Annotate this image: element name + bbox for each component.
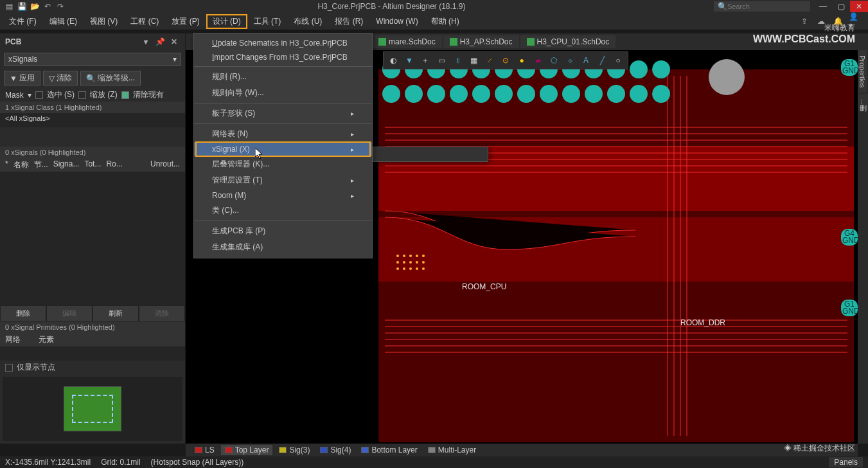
pcb-preview-thumbnail[interactable] bbox=[64, 386, 121, 431]
svg-text:GND: GND bbox=[842, 66, 858, 75]
text-icon[interactable]: A bbox=[579, 53, 593, 68]
menu-tools[interactable]: 工具 (T) bbox=[247, 14, 288, 29]
chevron-down-icon[interactable]: ▾ bbox=[28, 91, 31, 100]
fill-icon[interactable]: ▰ bbox=[531, 53, 545, 68]
panel-pin-icon[interactable]: 📌 bbox=[154, 36, 166, 48]
properties-tab[interactable]: Properties bbox=[858, 50, 867, 93]
xsignal-submenu[interactable] bbox=[373, 147, 488, 162]
svg-point-21 bbox=[472, 85, 490, 103]
svg-point-42 bbox=[403, 267, 405, 270]
signal-columns: * 名称 节... Signa... Tot... Ro... Unrout..… bbox=[0, 158, 185, 172]
save-icon[interactable]: 💾 bbox=[17, 1, 27, 12]
plus-icon[interactable]: ＋ bbox=[418, 53, 432, 68]
svg-point-36 bbox=[396, 261, 399, 264]
menu-gen-int-lib[interactable]: 生成集成库 (A) bbox=[194, 239, 372, 255]
layer-sig4[interactable]: Sig(4) bbox=[316, 445, 355, 455]
filter-mode-dropdown[interactable]: xSignals▾ bbox=[4, 53, 181, 66]
tab-h3-ap[interactable]: H3_AP.SchDoc bbox=[443, 35, 519, 48]
other-tab[interactable]: 删... bbox=[858, 94, 868, 110]
svg-point-27 bbox=[607, 85, 625, 103]
menu-route[interactable]: 布线 (U) bbox=[287, 14, 328, 29]
search-box[interactable]: 🔍 bbox=[714, 1, 810, 12]
layer-bottom[interactable]: Bottom Layer bbox=[357, 445, 421, 455]
more-icon[interactable]: ○ bbox=[611, 53, 625, 68]
menu-classes[interactable]: 类 (C)... bbox=[194, 203, 372, 219]
menu-icon[interactable]: ▤ bbox=[4, 1, 14, 12]
menu-file[interactable]: 文件 (F) bbox=[3, 14, 43, 29]
search-input[interactable] bbox=[727, 3, 806, 10]
layer-ls[interactable]: LS bbox=[191, 445, 218, 455]
minimize-button[interactable]: — bbox=[814, 1, 832, 12]
component-icon[interactable]: ▦ bbox=[466, 53, 481, 68]
menu-place[interactable]: 放置 (P) bbox=[165, 14, 206, 29]
watermark-community: ◈ 稀土掘金技术社区 bbox=[784, 442, 855, 454]
menu-rule-wizard[interactable]: 规则向导 (W)... bbox=[194, 85, 372, 101]
class-row[interactable]: <All xSignals> bbox=[0, 113, 185, 123]
menu-edit[interactable]: 编辑 (E) bbox=[43, 14, 84, 29]
schdoc-icon bbox=[527, 38, 535, 46]
menu-gen-pcb-lib[interactable]: 生成PCB 库 (P) bbox=[194, 223, 372, 239]
menu-import-changes[interactable]: Import Changes From H3_Core.PrjPCB bbox=[194, 50, 372, 64]
align-icon[interactable]: ⫴ bbox=[450, 53, 465, 68]
filter-icon[interactable]: ▼ bbox=[402, 53, 416, 68]
menu-help[interactable]: 帮助 (H) bbox=[425, 14, 466, 29]
layer-top[interactable]: Top Layer bbox=[221, 445, 273, 455]
layer-sig3[interactable]: Sig(3) bbox=[275, 445, 314, 455]
primitives-header: 0 xSignal Primitives (0 Highlighted) bbox=[0, 321, 185, 333]
menu-netlist[interactable]: 网络表 (N)▸ bbox=[194, 126, 372, 142]
funnel-clear-icon: ▽ bbox=[49, 74, 55, 83]
menu-project[interactable]: 工程 (C) bbox=[124, 14, 165, 29]
select-rect-icon[interactable]: ▭ bbox=[434, 53, 448, 68]
layer-multi[interactable]: Multi-Layer bbox=[424, 445, 480, 455]
svg-point-29 bbox=[652, 85, 670, 103]
clear-button[interactable]: ▽清除 bbox=[43, 71, 78, 86]
panel-close-icon[interactable]: ✕ bbox=[168, 36, 180, 48]
via-icon[interactable]: ⊙ bbox=[499, 53, 513, 68]
menu-window[interactable]: Window (W) bbox=[369, 15, 424, 28]
delete-button[interactable]: 删除 bbox=[0, 305, 46, 321]
tab-mare[interactable]: mare.SchDoc bbox=[372, 35, 442, 48]
menu-update-schematics[interactable]: Update Schematics in H3_Core.PrjPCB bbox=[194, 36, 372, 50]
svg-point-31 bbox=[396, 255, 399, 257]
menu-design[interactable]: 设计 (D) bbox=[206, 14, 247, 29]
tab-h3-cpu[interactable]: H3_CPU_01.SchDoc bbox=[520, 35, 616, 48]
menu-xsignal[interactable]: xSignal (X)▸ bbox=[194, 142, 372, 156]
undo-icon[interactable]: ↶ bbox=[42, 1, 53, 12]
mask-level-button[interactable]: ◐ bbox=[386, 53, 400, 68]
select-checkbox[interactable] bbox=[35, 91, 43, 99]
edit-button[interactable]: 编辑 bbox=[46, 305, 93, 321]
menu-rules[interactable]: 规则 (R)... bbox=[194, 69, 372, 85]
menu-board-shape[interactable]: 板子形状 (S)▸ bbox=[194, 105, 372, 122]
schdoc-icon bbox=[450, 38, 457, 46]
panel-dropdown-icon[interactable]: ▾ bbox=[140, 36, 152, 48]
redo-icon[interactable]: ↷ bbox=[55, 1, 66, 12]
panel-title: PCB bbox=[5, 37, 21, 46]
route-icon[interactable]: ⟋ bbox=[483, 53, 497, 68]
preview-area bbox=[3, 377, 182, 441]
line-icon[interactable]: ╱ bbox=[595, 53, 609, 68]
zoom-level-button[interactable]: 🔍缩放等级... bbox=[80, 71, 141, 86]
show-nodes-checkbox[interactable] bbox=[5, 364, 13, 372]
menu-room[interactable]: Room (M)▸ bbox=[194, 188, 372, 203]
menu-manage-layer[interactable]: 管理层设置 (T)▸ bbox=[194, 172, 372, 188]
menu-report[interactable]: 报告 (R) bbox=[328, 14, 369, 29]
pad-icon[interactable]: ● bbox=[515, 53, 529, 68]
open-icon[interactable]: 📂 bbox=[30, 1, 40, 12]
menu-layer-stack[interactable]: 层叠管理器 (K)... bbox=[194, 156, 372, 172]
apply-button[interactable]: ▼应用 bbox=[4, 71, 40, 86]
watermark-brand: 米嗨教育 WWW.PCBCast.COM bbox=[753, 22, 855, 45]
dimension-icon[interactable]: ⟐ bbox=[563, 53, 577, 68]
polygon-icon[interactable]: ⬠ bbox=[547, 53, 561, 68]
menu-view[interactable]: 视图 (V) bbox=[84, 14, 124, 29]
prim-columns: 网络 元素 bbox=[0, 333, 185, 346]
close-button[interactable]: ✕ bbox=[850, 1, 868, 12]
refresh-button[interactable]: 刷新 bbox=[93, 305, 139, 321]
clear-current-checkbox[interactable] bbox=[121, 91, 129, 99]
status-bar: X:-1435.6mil Y:1241.3mil Grid: 0.1mil (H… bbox=[0, 456, 868, 468]
zoom-checkbox[interactable] bbox=[78, 91, 86, 99]
signals-header: 0 xSignals (0 Highlighted) bbox=[0, 147, 185, 158]
maximize-button[interactable]: ▢ bbox=[832, 1, 850, 12]
snap-readout: (Hotspot Snap (All Layers)) bbox=[151, 458, 244, 467]
clear-list-button[interactable]: 清除 bbox=[139, 305, 185, 321]
panels-button[interactable]: Panels bbox=[829, 457, 863, 467]
